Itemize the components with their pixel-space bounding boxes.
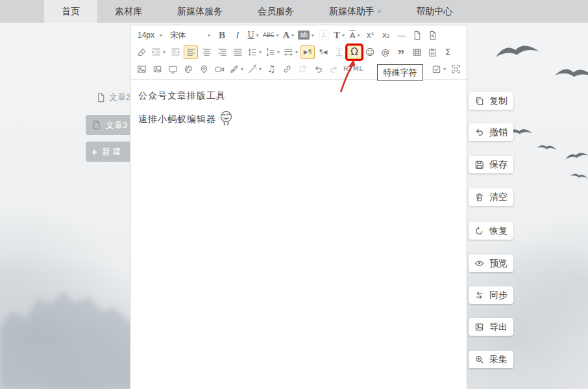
italic-button[interactable]: I xyxy=(230,29,245,42)
one-click-format-button[interactable]: ▾ xyxy=(228,62,245,76)
music-button-glyph: ♫ xyxy=(267,64,276,73)
nav-tab-member-service[interactable]: 会员服务 xyxy=(240,0,312,23)
nav-tab-home[interactable]: 首页 xyxy=(44,0,97,23)
map-location-button[interactable] xyxy=(197,62,211,76)
indent-button[interactable]: ▾ xyxy=(150,45,167,59)
align-left-button[interactable] xyxy=(184,45,198,59)
wand-icon xyxy=(247,64,257,74)
action-save-button[interactable]: 保存 xyxy=(469,156,513,173)
palette-button[interactable] xyxy=(181,62,195,76)
image-icon xyxy=(137,64,147,74)
import-page-button[interactable] xyxy=(426,29,440,42)
editor-content-area[interactable]: 公众号文章排版工具速排小蚂蚁编辑器 xyxy=(130,80,467,147)
merge-lines-button[interactable] xyxy=(332,45,346,59)
letter-spacing-icon xyxy=(284,47,293,57)
collect-icon xyxy=(474,355,484,364)
review-button[interactable]: ▾ xyxy=(430,62,447,76)
html-source-button-glyph: HTML xyxy=(343,66,363,72)
nav-tab-help-center[interactable]: 帮助中心 xyxy=(398,0,470,23)
outdent-button[interactable] xyxy=(168,45,182,59)
dropdown-caret-icon: ▾ xyxy=(277,49,280,55)
redo-edit-button[interactable] xyxy=(326,62,341,76)
font-family-select[interactable]: 宋体▾ xyxy=(167,29,214,42)
image-button[interactable] xyxy=(134,62,149,76)
fullscreen-button[interactable] xyxy=(448,62,463,76)
bold-button[interactable]: B xyxy=(215,29,229,42)
action-restore-button[interactable]: 恢复 xyxy=(469,222,513,240)
align-center-button[interactable] xyxy=(199,45,214,59)
font-color-button[interactable]: A▾ xyxy=(281,29,295,42)
image-alt-icon xyxy=(153,64,162,74)
eye-icon xyxy=(474,258,484,268)
new-page-button[interactable] xyxy=(410,29,424,42)
heading-style-button-glyph: T xyxy=(334,31,340,40)
action-sync-button[interactable]: 同步 xyxy=(469,286,513,304)
emoticon-button[interactable]: ☺ xyxy=(363,45,377,59)
heading-style-button[interactable]: T▾ xyxy=(332,29,347,42)
nav-tab-material-library[interactable]: 素材库 xyxy=(97,0,160,23)
strikethrough-button[interactable]: ABC▾ xyxy=(262,29,280,42)
sidebar-item-article2[interactable]: 文章2 xyxy=(96,92,130,103)
align-right-button[interactable] xyxy=(215,45,229,59)
magic-wand-button[interactable]: ▾ xyxy=(246,62,263,76)
brush-icon xyxy=(229,64,239,74)
sidebar-item-label: 文章3 xyxy=(106,119,127,131)
music-button[interactable]: ♫ xyxy=(264,62,278,76)
gallery-button[interactable] xyxy=(150,62,164,76)
undo-edit-button[interactable] xyxy=(311,62,325,76)
underline-button[interactable]: U▾ xyxy=(246,29,260,42)
highlight-color-button[interactable]: ab▾ xyxy=(297,29,315,42)
align-left-icon xyxy=(186,47,196,57)
video-button[interactable] xyxy=(212,62,227,76)
html-source-button[interactable]: HTML xyxy=(342,62,364,76)
action-label: 复制 xyxy=(489,95,508,107)
action-clear-button[interactable]: 清空 xyxy=(469,188,513,206)
rtl-direction-button[interactable]: ¶◀ xyxy=(316,45,330,59)
sidebar-item-article3[interactable]: 文章3 xyxy=(86,115,132,135)
copy-icon xyxy=(474,96,484,106)
export-icon xyxy=(474,322,484,332)
link-button[interactable] xyxy=(280,62,294,76)
sidebar-item-new-article[interactable]: +新 建 xyxy=(86,142,132,162)
save-icon xyxy=(474,160,484,169)
font-size-select[interactable]: 14px▾ xyxy=(134,29,165,42)
slideshow-button[interactable] xyxy=(165,62,180,76)
boxed-text-button[interactable]: A xyxy=(317,29,331,42)
map-pin-icon xyxy=(199,64,209,74)
paste-word-button[interactable] xyxy=(425,45,439,59)
blockquote-button[interactable]: ” xyxy=(394,45,408,59)
action-collect-button[interactable]: 采集 xyxy=(469,351,513,368)
paragraph-text: 速排小蚂蚁编辑器 xyxy=(138,114,216,125)
paragraph-spacing-button[interactable]: ▾ xyxy=(264,45,281,59)
plus-icon: + xyxy=(92,147,97,157)
nav-tab-new-media-service[interactable]: 新媒体服务 xyxy=(160,0,240,23)
align-justify-button[interactable] xyxy=(230,45,245,59)
superscript-button[interactable]: x¹ xyxy=(363,29,378,42)
action-copy-button[interactable]: 复制 xyxy=(469,92,513,110)
horizontal-rule-button[interactable]: — xyxy=(395,29,409,42)
subscript-button[interactable]: x₂ xyxy=(379,29,393,42)
dropdown-caret-icon: ▾ xyxy=(160,32,162,38)
letter-spacing-button[interactable]: ▾ xyxy=(282,45,299,59)
nav-tab-label: 新媒体服务 xyxy=(177,6,223,18)
italic-button-glyph: I xyxy=(236,31,239,40)
action-undo-button[interactable]: 撤销 xyxy=(469,123,513,141)
action-export-button[interactable]: 导出 xyxy=(469,318,513,336)
trash-icon xyxy=(474,192,484,202)
unlink-button[interactable] xyxy=(295,62,310,76)
special-char-button[interactable]: Ω xyxy=(347,45,361,59)
formula-button[interactable]: Σ xyxy=(441,45,455,59)
action-preview-button[interactable]: 预览 xyxy=(469,255,513,272)
line-height-button[interactable]: ▾ xyxy=(246,45,263,59)
toolbar-row-2: ▾▾▾▾▶¶¶◀Ω☺@”Σ xyxy=(134,44,463,60)
at-mention-button[interactable]: @ xyxy=(378,45,393,59)
align-center-icon xyxy=(202,47,212,57)
nav-tab-new-media-assistant[interactable]: 新媒体助手˅ xyxy=(312,0,398,23)
format-eraser-button[interactable] xyxy=(134,45,149,59)
ltr-direction-button[interactable]: ▶¶ xyxy=(300,45,315,59)
strikethrough-button-glyph: ABC xyxy=(263,32,274,38)
table-button[interactable] xyxy=(410,45,424,59)
clear-format-button[interactable]: A▾ xyxy=(348,29,362,42)
superscript-button-glyph: x¹ xyxy=(367,31,374,39)
nav-tab-label: 新媒体助手 xyxy=(329,6,374,18)
